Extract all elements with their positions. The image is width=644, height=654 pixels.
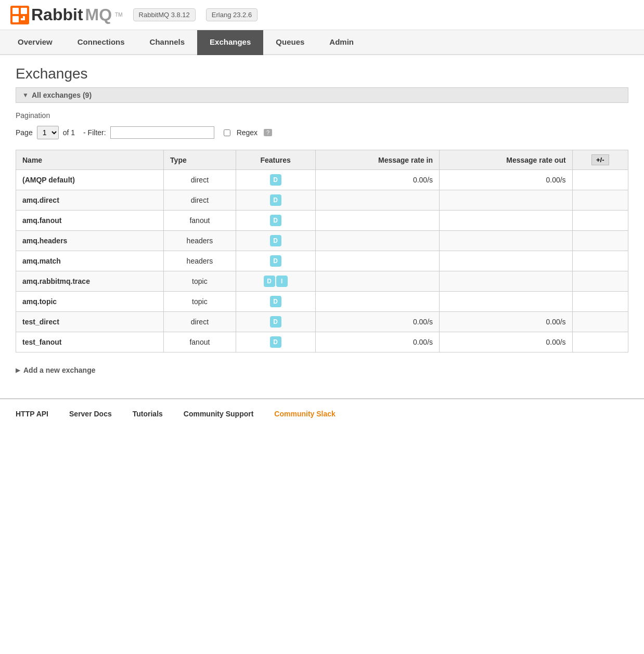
exchange-actions (572, 312, 628, 332)
feature-badge: D (270, 255, 281, 267)
exchange-name[interactable]: amq.match (16, 251, 164, 271)
col-plus-minus[interactable]: +/- (572, 150, 628, 170)
feature-badge: D (270, 194, 281, 206)
exchange-rate-in: 0.00/s (315, 332, 439, 352)
table-row[interactable]: amq.rabbitmq.tracetopicDI (16, 271, 628, 292)
section-label: All exchanges (9) (32, 91, 92, 99)
exchange-rate-in (315, 190, 439, 211)
exchange-actions (572, 292, 628, 312)
all-exchanges-section[interactable]: ▼ All exchanges (9) (16, 87, 628, 103)
exchange-type: headers (164, 231, 236, 251)
exchange-actions (572, 251, 628, 271)
exchange-actions (572, 271, 628, 292)
exchange-features: D (236, 332, 315, 352)
nav-connections[interactable]: Connections (65, 30, 137, 55)
exchange-name[interactable]: (AMQP default) (16, 170, 164, 190)
filter-input[interactable] (110, 126, 214, 139)
exchange-rate-in (315, 231, 439, 251)
filter-label: - Filter: (83, 128, 106, 137)
nav-admin[interactable]: Admin (317, 30, 366, 55)
exchange-rate-out: 0.00/s (440, 170, 573, 190)
exchange-rate-out (440, 211, 573, 231)
exchange-features: D (236, 292, 315, 312)
exchange-rate-in (315, 292, 439, 312)
feature-badge: D (270, 296, 281, 307)
exchange-type: direct (164, 312, 236, 332)
exchange-rate-in (315, 251, 439, 271)
exchange-actions (572, 332, 628, 352)
help-icon[interactable]: ? (264, 129, 272, 136)
exchange-type: fanout (164, 211, 236, 231)
rabbitmq-logo-icon (10, 6, 29, 24)
of-label: of 1 (63, 128, 75, 137)
exchange-name[interactable]: amq.fanout (16, 211, 164, 231)
exchange-features: D (236, 170, 315, 190)
exchange-name[interactable]: test_fanout (16, 332, 164, 352)
header: RabbitMQ TM RabbitMQ 3.8.12 Erlang 23.2.… (0, 0, 644, 30)
exchange-rate-out: 0.00/s (440, 312, 573, 332)
exchange-rate-out (440, 190, 573, 211)
nav-queues[interactable]: Queues (263, 30, 317, 55)
exchange-features: D (236, 211, 315, 231)
nav-exchanges[interactable]: Exchanges (197, 30, 263, 55)
exchange-rate-out (440, 292, 573, 312)
exchange-name[interactable]: amq.rabbitmq.trace (16, 271, 164, 292)
exchange-type: fanout (164, 332, 236, 352)
footer-http-api[interactable]: HTTP API (16, 410, 48, 418)
exchange-name[interactable]: test_direct (16, 312, 164, 332)
add-exchange-label: Add a new exchange (23, 366, 95, 374)
col-rate-out: Message rate out (440, 150, 573, 170)
exchange-rate-out: 0.00/s (440, 332, 573, 352)
table-row[interactable]: amq.topictopicD (16, 292, 628, 312)
nav-overview[interactable]: Overview (5, 30, 65, 55)
feature-badge: D (264, 276, 275, 287)
svg-rect-5 (21, 16, 23, 18)
exchange-rate-out (440, 271, 573, 292)
exchanges-tbody: (AMQP default)directD0.00/s0.00/samq.dir… (16, 170, 628, 352)
feature-badge: D (270, 316, 281, 328)
add-exchange-section[interactable]: ▶ Add a new exchange (16, 363, 628, 377)
footer-tutorials[interactable]: Tutorials (133, 410, 163, 418)
exchange-name[interactable]: amq.headers (16, 231, 164, 251)
exchange-features: DI (236, 271, 315, 292)
svg-rect-1 (12, 8, 19, 14)
page-title: Exchanges (16, 66, 628, 82)
col-name: Name (16, 150, 164, 170)
exchange-features: D (236, 190, 315, 211)
logo-rabbit: Rabbit (31, 5, 83, 24)
exchange-rate-in (315, 271, 439, 292)
main-content: Exchanges ▼ All exchanges (9) Pagination… (0, 55, 644, 398)
svg-rect-2 (21, 8, 27, 14)
main-nav: Overview Connections Channels Exchanges … (0, 30, 644, 55)
pagination-label: Pagination (16, 111, 628, 120)
table-row[interactable]: amq.headersheadersD (16, 231, 628, 251)
exchange-name[interactable]: amq.topic (16, 292, 164, 312)
table-row[interactable]: amq.fanoutfanoutD (16, 211, 628, 231)
page-label: Page (16, 128, 33, 137)
regex-label: Regex (237, 128, 257, 137)
exchange-type: headers (164, 251, 236, 271)
table-row[interactable]: (AMQP default)directD0.00/s0.00/s (16, 170, 628, 190)
footer-community-support[interactable]: Community Support (184, 410, 254, 418)
table-row[interactable]: test_fanoutfanoutD0.00/s0.00/s (16, 332, 628, 352)
footer-community-slack[interactable]: Community Slack (274, 410, 335, 418)
logo-tm: TM (115, 12, 122, 18)
exchange-features: D (236, 312, 315, 332)
exchange-features: D (236, 231, 315, 251)
exchange-type: topic (164, 292, 236, 312)
plus-minus-button[interactable]: +/- (591, 154, 609, 165)
feature-badge: D (270, 235, 281, 246)
footer-server-docs[interactable]: Server Docs (69, 410, 112, 418)
exchange-type: direct (164, 190, 236, 211)
nav-channels[interactable]: Channels (137, 30, 198, 55)
table-row[interactable]: test_directdirectD0.00/s0.00/s (16, 312, 628, 332)
table-row[interactable]: amq.directdirectD (16, 190, 628, 211)
page-select[interactable]: 1 (37, 126, 59, 139)
svg-rect-3 (12, 16, 19, 22)
regex-checkbox[interactable] (224, 129, 230, 136)
exchange-name[interactable]: amq.direct (16, 190, 164, 211)
erlang-version-badge: Erlang 23.2.6 (206, 8, 257, 21)
logo: RabbitMQ TM (10, 5, 123, 24)
footer: HTTP API Server Docs Tutorials Community… (0, 398, 644, 428)
table-row[interactable]: amq.matchheadersD (16, 251, 628, 271)
